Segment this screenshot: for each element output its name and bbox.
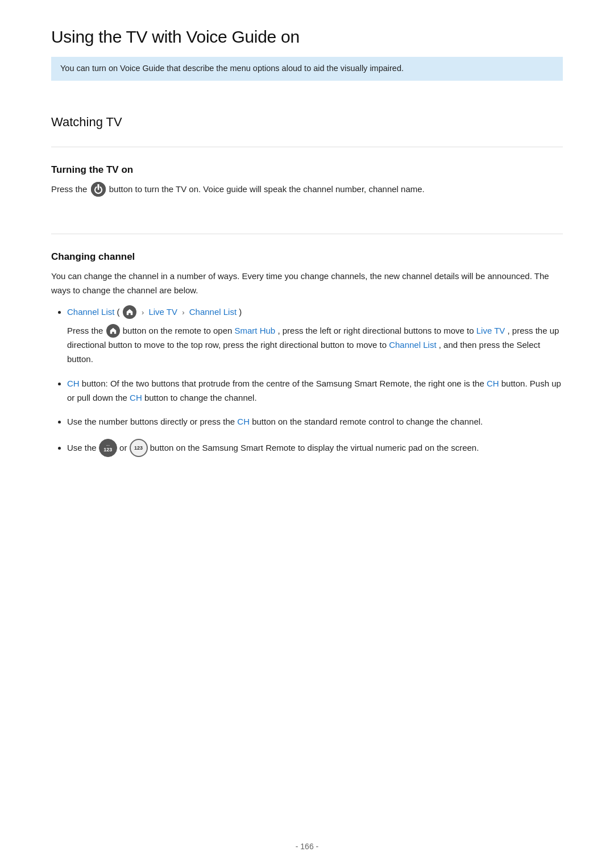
- power-button-icon: [91, 182, 106, 197]
- num-123-label-2: 123: [134, 446, 143, 451]
- section-gap-2: [51, 205, 563, 217]
- live-tv-breadcrumb[interactable]: Live TV: [148, 307, 177, 317]
- ch-label-1: CH: [67, 379, 80, 388]
- ch-body-3: button to change the channel.: [144, 393, 257, 402]
- num-btn-123-light: 123: [130, 439, 148, 457]
- virtual-pad-suffix: button on the Samsung Smart Remote to di…: [150, 443, 479, 452]
- home-svg: [126, 308, 134, 316]
- channel-list-link-2[interactable]: Channel List: [389, 340, 436, 350]
- arrow-1: ›: [142, 308, 144, 317]
- turning-on-suffix: button to turn the TV on. Voice guide wi…: [109, 184, 425, 194]
- section-divider-1: [51, 147, 563, 147]
- bullet-number-buttons: Use the number buttons directly or press…: [67, 415, 563, 429]
- channel-list-paren-close: ): [239, 307, 242, 317]
- page-title: Using the TV with Voice Guide on: [51, 27, 563, 47]
- highlight-text: You can turn on Voice Guide that describ…: [60, 64, 404, 73]
- channel-list-link[interactable]: Channel List: [67, 307, 114, 317]
- num-123-label: 123: [103, 447, 112, 452]
- detail-body-2: , press the left or right directional bu…: [277, 326, 476, 335]
- changing-channel-intro: You can change the channel in a number o…: [51, 269, 563, 298]
- home-svg-2: [109, 327, 117, 335]
- page-container: Using the TV with Voice Guide on You can…: [0, 0, 614, 513]
- number-buttons-text: Use the number buttons directly or press…: [67, 417, 237, 426]
- live-tv-link[interactable]: Live TV: [476, 326, 505, 335]
- turning-on-prefix: Press the: [51, 184, 90, 194]
- ch-body-1: button: Of the two buttons that protrude…: [82, 379, 487, 388]
- bullet-ch-button: CH button: Of the two buttons that protr…: [67, 377, 563, 405]
- page-footer: - 166 -: [0, 842, 614, 851]
- home-icon: [123, 305, 136, 319]
- ch-label-2: CH: [487, 379, 499, 388]
- bullet-channel-list: Channel List ( › Live TV › Channel List …: [67, 305, 563, 367]
- bullet-list: Channel List ( › Live TV › Channel List …: [51, 305, 563, 458]
- home-icon-2: [106, 324, 120, 338]
- turning-on-section: Turning the TV on Press the button to tu…: [51, 164, 563, 197]
- num-btn-123-dark: ··· 123: [99, 439, 117, 457]
- changing-channel-section: Changing channel You can change the chan…: [51, 251, 563, 458]
- bullet-virtual-pad: Use the ··· 123 or 123 button on the Sam…: [67, 439, 563, 458]
- page-number: - 166 -: [296, 842, 318, 851]
- section-gap-1: [51, 103, 563, 115]
- arrow-2: ›: [182, 308, 184, 317]
- smart-hub-link[interactable]: Smart Hub: [235, 326, 276, 335]
- detail-prefix: Press the: [67, 326, 106, 335]
- channel-list-detail: Press the button on the remote to open S…: [67, 324, 563, 367]
- ch-label-3: CH: [130, 393, 142, 402]
- detail-body-1: button on the remote to open: [123, 326, 235, 335]
- highlight-box: You can turn on Voice Guide that describ…: [51, 57, 563, 81]
- virtual-pad-or: or: [119, 443, 130, 452]
- number-buttons-suffix: button on the standard remote control to…: [252, 417, 483, 426]
- channel-list-breadcrumb[interactable]: Channel List: [189, 307, 237, 317]
- ch-label-4: CH: [237, 417, 250, 426]
- virtual-pad-prefix: Use the: [67, 443, 99, 452]
- turning-on-body: Press the button to turn the TV on. Voic…: [51, 182, 563, 197]
- section-divider-2: [51, 234, 563, 234]
- turning-on-title: Turning the TV on: [51, 164, 563, 176]
- power-svg: [91, 182, 106, 197]
- channel-list-paren-open: (: [117, 307, 120, 317]
- changing-channel-title: Changing channel: [51, 251, 563, 263]
- watching-tv-title: Watching TV: [51, 115, 563, 130]
